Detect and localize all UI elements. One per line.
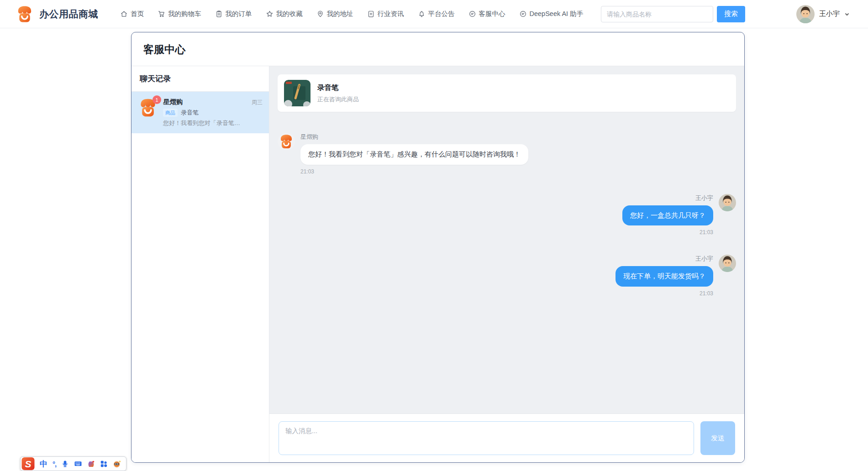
user-avatar-image [719, 194, 736, 211]
chat-item-avatar: 1 [138, 98, 158, 118]
home-icon [120, 10, 128, 18]
nav-label: 我的收藏 [276, 10, 303, 18]
message-sender: 王小宇 [695, 255, 713, 263]
message-scroll-area[interactable]: 录音笔 正在咨询此商品 星熠购 您好！我看 [269, 66, 744, 413]
nav-item-address[interactable]: 我的地址 [316, 10, 353, 18]
ai-emoji-icon[interactable] [113, 460, 121, 468]
microphone-icon[interactable] [61, 460, 69, 468]
user-menu[interactable]: 王小宇 [796, 5, 850, 23]
page-title: 客服中心 [143, 42, 732, 57]
nav-item-cart[interactable]: 我的购物车 [158, 10, 201, 18]
message-input[interactable] [279, 421, 694, 455]
cart-icon [158, 10, 165, 18]
svg-text:S: S [25, 459, 31, 469]
unread-badge: 1 [153, 95, 161, 104]
message-bubble: 您好！我看到您对「录音笔」感兴趣，有什么问题可以随时咨询我哦！ [300, 144, 528, 165]
message-time: 21:03 [300, 168, 528, 175]
nav-item-service[interactable]: 客服中心 [468, 10, 505, 18]
chat-item-product: 录音笔 [181, 109, 199, 117]
message-time: 21:03 [700, 290, 713, 297]
toolbox-icon[interactable] [100, 460, 108, 468]
chinese-mode-icon[interactable]: 中 [40, 459, 47, 469]
search-button[interactable]: 搜索 [717, 6, 745, 22]
nav-item-home[interactable]: 首页 [120, 10, 144, 18]
nav-item-orders[interactable]: 我的订单 [215, 10, 252, 18]
news-icon [367, 10, 375, 18]
product-status: 正在咨询此商品 [317, 95, 359, 104]
user-avatar-image [719, 255, 736, 272]
nav-item-favorites[interactable]: 我的收藏 [266, 10, 303, 18]
chat-list-panel: 聊天记录 1 星熠购 周三 商品 [132, 66, 269, 462]
nav-item-announcements[interactable]: 平台公告 [418, 10, 455, 18]
top-navbar: 办公用品商城 首页 我的购物车 我的订单 我的收藏 我的地址 行业资讯 平 [0, 0, 868, 28]
consulting-product-card[interactable]: 录音笔 正在咨询此商品 [278, 74, 736, 112]
message-sender: 星熠购 [300, 133, 528, 141]
nav-item-news[interactable]: 行业资讯 [367, 10, 404, 18]
shop-avatar-icon [279, 134, 294, 149]
message-right: 王小宇 现在下单，明天能发货吗？ 21:03 [278, 255, 736, 297]
shop-logo-icon [16, 5, 34, 23]
nav-label: 首页 [131, 10, 144, 18]
skin-icon[interactable] [87, 460, 95, 468]
seller-avatar [278, 133, 295, 150]
message-left: 星熠购 您好！我看到您对「录音笔」感兴趣，有什么问题可以随时咨询我哦！ 21:0… [278, 133, 736, 175]
brand[interactable]: 办公用品商城 [16, 5, 98, 23]
search-input[interactable] [601, 6, 713, 22]
user-avatar-image [796, 5, 815, 23]
user-avatar [719, 255, 736, 272]
message-bubble: 现在下单，明天能发货吗？ [615, 266, 713, 287]
chevron-down-icon [844, 11, 850, 17]
nav-label: 客服中心 [479, 10, 505, 18]
avatar [796, 5, 815, 23]
chat-item-time: 周三 [252, 99, 263, 106]
star-icon [266, 10, 274, 18]
bell-icon [418, 10, 426, 18]
brand-title: 办公用品商城 [39, 8, 98, 21]
product-thumbnail [284, 80, 310, 106]
message-right: 王小宇 您好，一盒总共几只呀？ 21:03 [278, 194, 736, 236]
nav-label: 行业资讯 [378, 10, 404, 18]
chat-item-name: 星熠购 [163, 98, 183, 106]
chat-list-header: 聊天记录 [132, 66, 269, 92]
nav-links: 首页 我的购物车 我的订单 我的收藏 我的地址 行业资讯 平台公告 客服中心 [120, 10, 583, 18]
chat-item-preview: 您好！我看到您对「录音笔… [163, 119, 263, 127]
ai-icon [519, 10, 527, 18]
nav-label: DeepSeek AI 助手 [530, 10, 584, 18]
keyboard-icon[interactable] [74, 460, 82, 468]
message-composer: 发送 [269, 413, 744, 462]
user-avatar [719, 194, 736, 211]
nav-label: 我的购物车 [168, 10, 201, 18]
sogou-logo-icon[interactable]: S [21, 457, 35, 470]
message-sender: 王小宇 [695, 194, 713, 202]
customer-service-card: 客服中心 聊天记录 1 星熠购 周三 [131, 32, 745, 463]
product-title: 录音笔 [317, 83, 359, 93]
nav-label: 我的订单 [226, 10, 252, 18]
card-header: 客服中心 [132, 32, 744, 66]
location-icon [316, 10, 324, 18]
service-icon [468, 10, 476, 18]
nav-label: 我的地址 [327, 10, 353, 18]
nav-label: 平台公告 [428, 10, 455, 18]
message-time: 21:03 [700, 229, 713, 236]
chat-list-item-selected[interactable]: 1 星熠购 周三 商品 录音笔 您好！我看到您对「录音笔… [132, 92, 269, 133]
search-group: 搜索 [601, 6, 745, 22]
conversation-panel: 录音笔 正在咨询此商品 星熠购 您好！我看 [269, 66, 744, 462]
product-tag: 商品 [163, 109, 178, 117]
punctuation-icon[interactable]: °, [53, 460, 56, 468]
send-button[interactable]: 发送 [700, 421, 735, 455]
nav-item-deepseek-ai[interactable]: DeepSeek AI 助手 [519, 10, 584, 18]
user-name: 王小宇 [819, 10, 840, 18]
orders-icon [215, 10, 223, 18]
message-bubble: 您好，一盒总共几只呀？ [622, 205, 713, 226]
ime-toolbar: S 中 °, [20, 456, 126, 471]
